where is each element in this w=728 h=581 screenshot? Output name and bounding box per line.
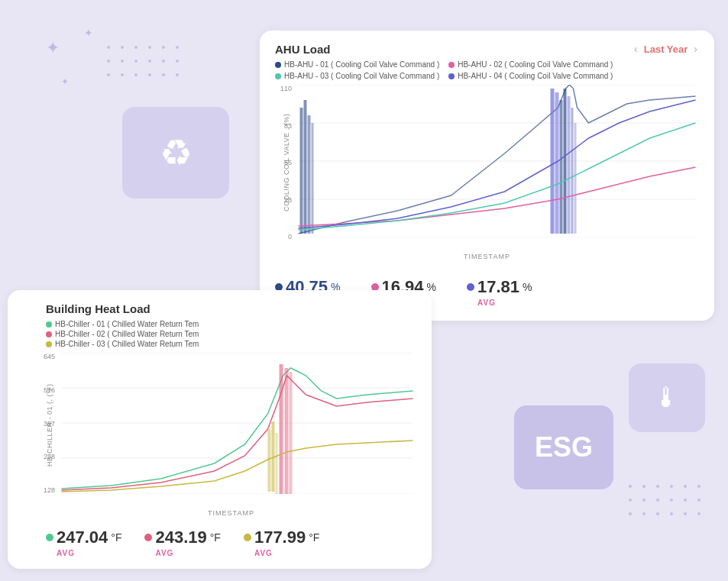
ahu-legend-item-4: HB-AHU - 04 ( Cooling Coil Valve Command… — [448, 72, 613, 80]
ahu-legend-label-2: HB-AHU - 02 ( Cooling Coil Valve Command… — [458, 60, 613, 69]
decorative-dots-topleft — [107, 46, 183, 81]
svg-rect-8 — [312, 123, 314, 234]
ahu-legend-label-4: HB-AHU - 04 ( Cooling Coil Valve Command… — [458, 72, 613, 80]
heat-legend-label-1: HB-Chiller - 01 ( Chilled Water Return T… — [55, 320, 199, 328]
heat-y-tick-5: 645 — [37, 353, 55, 360]
svg-rect-6 — [304, 100, 307, 234]
heat-legend-item-1: HB-Chiller - 01 ( Chilled Water Return T… — [46, 320, 416, 328]
ahu-legend-item-3: HB-AHU - 03 ( Cooling Coil Valve Command… — [275, 72, 439, 80]
svg-rect-13 — [568, 96, 571, 234]
ahu-legend: HB-AHU - 01 ( Cooling Coil Valve Command… — [275, 60, 699, 80]
heat-stat-1-value: 247.04 — [57, 528, 108, 547]
heat-legend-item-2: HB-Chiller - 02 ( Chilled Water Return T… — [46, 330, 416, 338]
heat-stat-1: 247.04°F AVG — [46, 526, 121, 557]
heat-stat-3-value: 177.99 — [254, 528, 306, 547]
heat-y-tick-3: 387 — [37, 420, 55, 428]
ahu-y-tick-5: 110 — [273, 85, 292, 92]
heat-stats-row: 247.04°F AVG 243.19°F AVG 177.99°F AVG — [46, 526, 416, 557]
heat-legend-item-3: HB-Chiller - 03 ( Chilled Water Return T… — [46, 340, 416, 348]
decorative-dots-bottomright — [629, 485, 705, 520]
recycle-icon: ♻ — [160, 131, 193, 174]
recycle-card: ♻ — [122, 107, 229, 199]
ahu-legend-item-1: HB-AHU - 01 ( Cooling Coil Valve Command… — [275, 60, 439, 69]
ahu-stat-2-unit: % — [427, 281, 436, 293]
svg-rect-35 — [280, 364, 283, 494]
svg-rect-37 — [290, 372, 293, 494]
heat-legend-label-3: HB-Chiller - 03 ( Chilled Water Return T… — [55, 340, 199, 348]
ahu-stat-3: 17.81% AVG — [467, 276, 532, 307]
heat-panel-title: Building Heat Load — [46, 302, 416, 315]
heat-stat-3: 177.99°F AVG — [244, 526, 319, 557]
heat-y-tick-4: 516 — [37, 386, 55, 394]
heat-y-tick-1: 128 — [37, 486, 55, 494]
thermometer-card: 🌡 — [629, 363, 705, 432]
ahu-chart: Jan 2022 Mar May Jul Sep Nov Jan 2023 — [295, 85, 699, 237]
ahu-stat-3-unit: % — [523, 281, 532, 293]
svg-rect-40 — [276, 433, 278, 494]
ahu-stat-3-label: AVG — [477, 299, 532, 307]
ahu-panel: AHU Load ‹ Last Year › HB-AHU - 01 ( Coo… — [260, 31, 714, 321]
svg-rect-5 — [300, 108, 303, 234]
ahu-y-tick-2: 28 — [273, 196, 292, 204]
ahu-prev-button[interactable]: ‹ — [633, 43, 639, 55]
thermometer-icon: 🌡 — [653, 382, 681, 414]
ahu-next-button[interactable]: › — [692, 43, 699, 55]
heat-stat-3-label: AVG — [254, 549, 319, 557]
svg-rect-38 — [268, 429, 271, 492]
ahu-y-tick-3: 55 — [273, 159, 292, 166]
ahu-legend-label-1: HB-AHU - 01 ( Cooling Coil Valve Command… — [284, 60, 439, 69]
heat-stat-2-unit: °F — [210, 531, 221, 544]
heat-stat-1-unit: °F — [111, 531, 121, 544]
esg-label: ESG — [535, 431, 593, 463]
heat-y-tick-2: 258 — [37, 453, 55, 460]
heat-stat-2-value: 243.19 — [155, 528, 206, 547]
ahu-legend-item-2: HB-AHU - 02 ( Cooling Coil Valve Command… — [448, 60, 613, 69]
ahu-panel-title: AHU Load — [275, 43, 331, 56]
sparkle-icon-3: ✦ — [61, 76, 69, 87]
heat-chart: Jan 2022 Mar May Jul Sep Nov Jan 2023 — [58, 353, 416, 494]
svg-rect-7 — [308, 115, 311, 234]
ahu-stat-3-value: 17.81 — [477, 277, 519, 297]
svg-rect-9 — [551, 89, 555, 234]
svg-rect-14 — [571, 108, 574, 234]
heat-panel: Building Heat Load HB-Chiller - 01 ( Chi… — [8, 290, 432, 569]
ahu-y-tick-1: 0 — [273, 233, 292, 240]
heat-stat-3-unit: °F — [309, 531, 319, 544]
svg-rect-36 — [285, 368, 289, 494]
heat-legend-label-2: HB-Chiller - 02 ( Chilled Water Return T… — [55, 330, 199, 338]
ahu-y-tick-4: 83 — [273, 122, 292, 130]
heat-x-axis-label: TIMESTAMP — [46, 509, 416, 517]
sparkle-icon: ✦ — [46, 38, 60, 58]
svg-rect-15 — [574, 123, 577, 234]
svg-rect-12 — [564, 89, 567, 234]
ahu-legend-label-3: HB-AHU - 03 ( Cooling Coil Valve Command… — [284, 72, 439, 80]
heat-stat-1-label: AVG — [57, 549, 121, 557]
esg-card: ESG — [514, 405, 613, 489]
ahu-nav: ‹ Last Year › — [633, 43, 699, 55]
heat-stat-2: 243.19°F AVG — [144, 526, 220, 557]
svg-rect-11 — [560, 100, 563, 234]
ahu-period-label: Last Year — [644, 44, 688, 55]
sparkle-icon-2: ✦ — [84, 27, 93, 39]
heat-legend: HB-Chiller - 01 ( Chilled Water Return T… — [46, 320, 416, 348]
heat-stat-2-label: AVG — [155, 549, 220, 557]
ahu-x-axis-label: TIMESTAMP — [275, 253, 699, 260]
